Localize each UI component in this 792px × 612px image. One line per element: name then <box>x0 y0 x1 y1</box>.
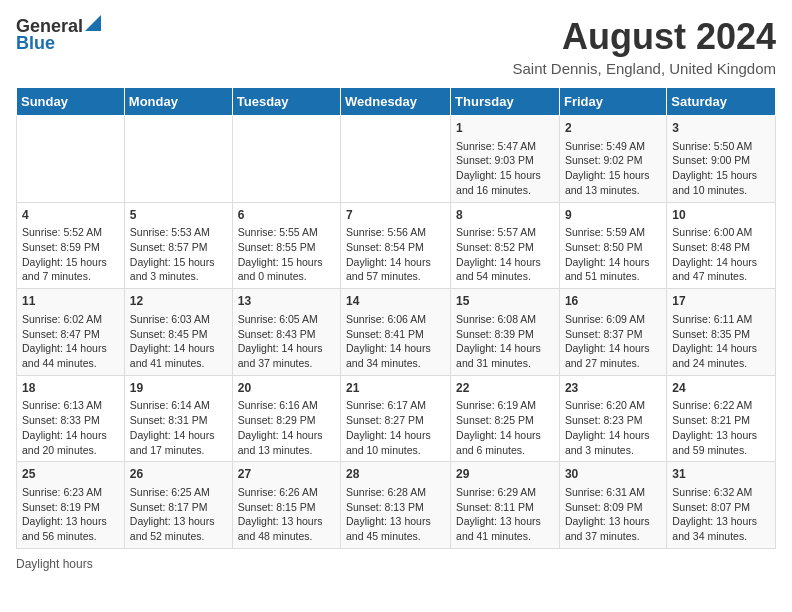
table-row: 13Sunrise: 6:05 AMSunset: 8:43 PMDayligh… <box>232 289 340 376</box>
day-number: 25 <box>22 466 119 483</box>
day-number: 7 <box>346 207 445 224</box>
day-number: 5 <box>130 207 227 224</box>
cell-content: Sunrise: 6:25 AMSunset: 8:17 PMDaylight:… <box>130 486 215 542</box>
day-number: 21 <box>346 380 445 397</box>
day-number: 6 <box>238 207 335 224</box>
calendar-week-row: 1Sunrise: 5:47 AMSunset: 9:03 PMDaylight… <box>17 116 776 203</box>
col-wednesday: Wednesday <box>341 88 451 116</box>
table-row: 21Sunrise: 6:17 AMSunset: 8:27 PMDayligh… <box>341 375 451 462</box>
table-row: 28Sunrise: 6:28 AMSunset: 8:13 PMDayligh… <box>341 462 451 549</box>
cell-content: Sunrise: 5:55 AMSunset: 8:55 PMDaylight:… <box>238 226 323 282</box>
table-row: 2Sunrise: 5:49 AMSunset: 9:02 PMDaylight… <box>559 116 666 203</box>
cell-content: Sunrise: 6:02 AMSunset: 8:47 PMDaylight:… <box>22 313 107 369</box>
cell-content: Sunrise: 6:20 AMSunset: 8:23 PMDaylight:… <box>565 399 650 455</box>
table-row: 9Sunrise: 5:59 AMSunset: 8:50 PMDaylight… <box>559 202 666 289</box>
cell-content: Sunrise: 6:28 AMSunset: 8:13 PMDaylight:… <box>346 486 431 542</box>
day-number: 28 <box>346 466 445 483</box>
day-number: 4 <box>22 207 119 224</box>
col-thursday: Thursday <box>451 88 560 116</box>
table-row: 6Sunrise: 5:55 AMSunset: 8:55 PMDaylight… <box>232 202 340 289</box>
cell-content: Sunrise: 6:22 AMSunset: 8:21 PMDaylight:… <box>672 399 757 455</box>
cell-content: Sunrise: 5:56 AMSunset: 8:54 PMDaylight:… <box>346 226 431 282</box>
cell-content: Sunrise: 6:05 AMSunset: 8:43 PMDaylight:… <box>238 313 323 369</box>
table-row: 25Sunrise: 6:23 AMSunset: 8:19 PMDayligh… <box>17 462 125 549</box>
col-friday: Friday <box>559 88 666 116</box>
day-number: 3 <box>672 120 770 137</box>
table-row: 31Sunrise: 6:32 AMSunset: 8:07 PMDayligh… <box>667 462 776 549</box>
day-number: 22 <box>456 380 554 397</box>
day-number: 14 <box>346 293 445 310</box>
cell-content: Sunrise: 5:52 AMSunset: 8:59 PMDaylight:… <box>22 226 107 282</box>
col-saturday: Saturday <box>667 88 776 116</box>
table-row <box>341 116 451 203</box>
day-number: 31 <box>672 466 770 483</box>
cell-content: Sunrise: 6:03 AMSunset: 8:45 PMDaylight:… <box>130 313 215 369</box>
cell-content: Sunrise: 6:16 AMSunset: 8:29 PMDaylight:… <box>238 399 323 455</box>
cell-content: Sunrise: 6:32 AMSunset: 8:07 PMDaylight:… <box>672 486 757 542</box>
table-row: 17Sunrise: 6:11 AMSunset: 8:35 PMDayligh… <box>667 289 776 376</box>
table-row: 16Sunrise: 6:09 AMSunset: 8:37 PMDayligh… <box>559 289 666 376</box>
table-row: 14Sunrise: 6:06 AMSunset: 8:41 PMDayligh… <box>341 289 451 376</box>
table-row: 19Sunrise: 6:14 AMSunset: 8:31 PMDayligh… <box>124 375 232 462</box>
cell-content: Sunrise: 6:09 AMSunset: 8:37 PMDaylight:… <box>565 313 650 369</box>
main-title: August 2024 <box>513 16 777 58</box>
cell-content: Sunrise: 6:19 AMSunset: 8:25 PMDaylight:… <box>456 399 541 455</box>
day-number: 17 <box>672 293 770 310</box>
table-row: 27Sunrise: 6:26 AMSunset: 8:15 PMDayligh… <box>232 462 340 549</box>
cell-content: Sunrise: 6:31 AMSunset: 8:09 PMDaylight:… <box>565 486 650 542</box>
table-row: 3Sunrise: 5:50 AMSunset: 9:00 PMDaylight… <box>667 116 776 203</box>
table-row: 10Sunrise: 6:00 AMSunset: 8:48 PMDayligh… <box>667 202 776 289</box>
cell-content: Sunrise: 5:53 AMSunset: 8:57 PMDaylight:… <box>130 226 215 282</box>
cell-content: Sunrise: 6:00 AMSunset: 8:48 PMDaylight:… <box>672 226 757 282</box>
cell-content: Sunrise: 5:57 AMSunset: 8:52 PMDaylight:… <box>456 226 541 282</box>
day-number: 27 <box>238 466 335 483</box>
footer-note: Daylight hours <box>16 557 776 571</box>
calendar-week-row: 11Sunrise: 6:02 AMSunset: 8:47 PMDayligh… <box>17 289 776 376</box>
table-row: 29Sunrise: 6:29 AMSunset: 8:11 PMDayligh… <box>451 462 560 549</box>
table-row: 5Sunrise: 5:53 AMSunset: 8:57 PMDaylight… <box>124 202 232 289</box>
day-number: 19 <box>130 380 227 397</box>
subtitle: Saint Dennis, England, United Kingdom <box>513 60 777 77</box>
logo-triangle-icon <box>85 15 101 35</box>
day-number: 29 <box>456 466 554 483</box>
col-tuesday: Tuesday <box>232 88 340 116</box>
table-row <box>232 116 340 203</box>
table-row: 23Sunrise: 6:20 AMSunset: 8:23 PMDayligh… <box>559 375 666 462</box>
calendar-week-row: 25Sunrise: 6:23 AMSunset: 8:19 PMDayligh… <box>17 462 776 549</box>
cell-content: Sunrise: 6:06 AMSunset: 8:41 PMDaylight:… <box>346 313 431 369</box>
day-number: 12 <box>130 293 227 310</box>
day-number: 30 <box>565 466 661 483</box>
cell-content: Sunrise: 5:47 AMSunset: 9:03 PMDaylight:… <box>456 140 541 196</box>
calendar-week-row: 18Sunrise: 6:13 AMSunset: 8:33 PMDayligh… <box>17 375 776 462</box>
day-number: 13 <box>238 293 335 310</box>
cell-content: Sunrise: 6:13 AMSunset: 8:33 PMDaylight:… <box>22 399 107 455</box>
day-number: 11 <box>22 293 119 310</box>
table-row: 30Sunrise: 6:31 AMSunset: 8:09 PMDayligh… <box>559 462 666 549</box>
table-row: 20Sunrise: 6:16 AMSunset: 8:29 PMDayligh… <box>232 375 340 462</box>
header: General Blue August 2024 Saint Dennis, E… <box>16 16 776 77</box>
table-row: 12Sunrise: 6:03 AMSunset: 8:45 PMDayligh… <box>124 289 232 376</box>
table-row: 1Sunrise: 5:47 AMSunset: 9:03 PMDaylight… <box>451 116 560 203</box>
table-row: 11Sunrise: 6:02 AMSunset: 8:47 PMDayligh… <box>17 289 125 376</box>
col-monday: Monday <box>124 88 232 116</box>
cell-content: Sunrise: 6:14 AMSunset: 8:31 PMDaylight:… <box>130 399 215 455</box>
logo-blue-text: Blue <box>16 33 55 54</box>
col-sunday: Sunday <box>17 88 125 116</box>
table-row <box>17 116 125 203</box>
day-number: 9 <box>565 207 661 224</box>
day-number: 23 <box>565 380 661 397</box>
day-number: 24 <box>672 380 770 397</box>
day-number: 20 <box>238 380 335 397</box>
day-number: 2 <box>565 120 661 137</box>
cell-content: Sunrise: 6:11 AMSunset: 8:35 PMDaylight:… <box>672 313 757 369</box>
cell-content: Sunrise: 6:29 AMSunset: 8:11 PMDaylight:… <box>456 486 541 542</box>
table-row: 26Sunrise: 6:25 AMSunset: 8:17 PMDayligh… <box>124 462 232 549</box>
table-row: 24Sunrise: 6:22 AMSunset: 8:21 PMDayligh… <box>667 375 776 462</box>
day-number: 8 <box>456 207 554 224</box>
day-number: 16 <box>565 293 661 310</box>
cell-content: Sunrise: 5:49 AMSunset: 9:02 PMDaylight:… <box>565 140 650 196</box>
day-number: 26 <box>130 466 227 483</box>
cell-content: Sunrise: 6:26 AMSunset: 8:15 PMDaylight:… <box>238 486 323 542</box>
day-number: 18 <box>22 380 119 397</box>
calendar-week-row: 4Sunrise: 5:52 AMSunset: 8:59 PMDaylight… <box>17 202 776 289</box>
